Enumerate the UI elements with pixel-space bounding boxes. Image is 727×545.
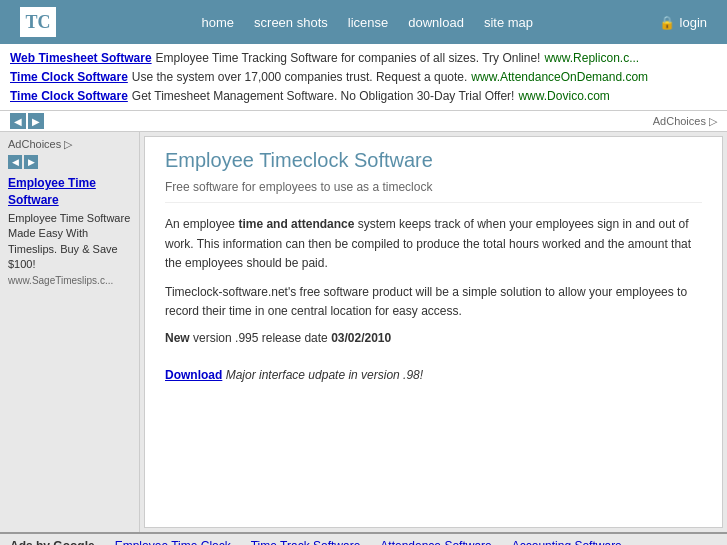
adchoices-right: AdChoices ▷ bbox=[653, 115, 717, 128]
top-navigation-bar: TC home screen shots license download si… bbox=[0, 0, 727, 44]
para1-bold: time and attendance bbox=[238, 217, 354, 231]
nav-license[interactable]: license bbox=[348, 15, 388, 30]
version-line: New version .995 release date 03/02/2010 bbox=[165, 331, 702, 345]
nav-home[interactable]: home bbox=[202, 15, 235, 30]
ad-row-1: Web Timesheet Software Employee Time Tra… bbox=[10, 50, 717, 67]
version-release: release date bbox=[258, 331, 331, 345]
sidebar-ad-url: www.SageTimeslips.c... bbox=[8, 275, 131, 286]
login-link[interactable]: login bbox=[680, 15, 707, 30]
bottom-ad-link-2[interactable]: Time Track Software bbox=[251, 539, 361, 545]
banner-next-button[interactable]: ▶ bbox=[28, 113, 44, 129]
adchoices-sidebar-label: AdChoices ▷ bbox=[8, 138, 72, 151]
ad-text-2: Use the system over 17,000 companies tru… bbox=[132, 69, 468, 86]
main-content-area: AdChoices ▷ ◀ ▶ Employee Time Software E… bbox=[0, 132, 727, 532]
ad-row-3: Time Clock Software Get Timesheet Manage… bbox=[10, 88, 717, 105]
para1-start: An employee bbox=[165, 217, 238, 231]
ad-row-2: Time Clock Software Use the system over … bbox=[10, 69, 717, 86]
nav-sitemap[interactable]: site map bbox=[484, 15, 533, 30]
article-subtitle: Free software for employees to use as a … bbox=[165, 180, 702, 203]
ad-text-3: Get Timesheet Management Software. No Ob… bbox=[132, 88, 515, 105]
sidebar-next-button[interactable]: ▶ bbox=[24, 155, 38, 169]
nav-menu: home screen shots license download site … bbox=[76, 15, 659, 30]
download-line: Download Major interface udpate in versi… bbox=[165, 368, 702, 382]
login-area[interactable]: 🔒 login bbox=[659, 15, 707, 30]
nav-download[interactable]: download bbox=[408, 15, 464, 30]
ad-url-3: www.Dovico.com bbox=[518, 88, 609, 105]
sidebar: AdChoices ▷ ◀ ▶ Employee Time Software E… bbox=[0, 132, 140, 532]
sidebar-prev-button[interactable]: ◀ bbox=[8, 155, 22, 169]
version-text: version bbox=[190, 331, 235, 345]
bottom-ad-link-4[interactable]: Accounting Software bbox=[512, 539, 622, 545]
version-new: New bbox=[165, 331, 190, 345]
sidebar-ad-text: Employee Time Software Made Easy With Ti… bbox=[8, 211, 131, 273]
banner-prev-button[interactable]: ◀ bbox=[10, 113, 26, 129]
adchoices-sidebar: AdChoices ▷ bbox=[8, 138, 131, 151]
bottom-ad-link-1[interactable]: Employee Time Clock bbox=[115, 539, 231, 545]
bottom-ad-link-3[interactable]: Attendence Software bbox=[380, 539, 491, 545]
adchoices-label-right: AdChoices ▷ bbox=[653, 115, 717, 128]
sidebar-arrow-controls: ◀ ▶ bbox=[8, 155, 131, 169]
bottom-ad-bar: Ads by Google Employee Time Clock Time T… bbox=[0, 532, 727, 545]
ad-text-1: Employee Time Tracking Software for comp… bbox=[156, 50, 541, 67]
article-para-1: An employee time and attendance system k… bbox=[165, 215, 702, 273]
banner-arrow-controls: ◀ ▶ bbox=[10, 113, 44, 129]
ad-url-2: www.AttendanceOnDemand.com bbox=[471, 69, 648, 86]
version-date: 03/02/2010 bbox=[331, 331, 391, 345]
download-text: Major interface udpate in version .98! bbox=[222, 368, 423, 382]
ad-banner: Web Timesheet Software Employee Time Tra… bbox=[0, 44, 727, 111]
ad-url-1: www.Replicon.c... bbox=[544, 50, 639, 67]
article-para-2: Timeclock-software.net's free software p… bbox=[165, 283, 702, 321]
ad-title-2[interactable]: Time Clock Software bbox=[10, 69, 128, 86]
ad-navigation-row: ◀ ▶ AdChoices ▷ bbox=[0, 111, 727, 132]
lock-icon: 🔒 bbox=[659, 15, 675, 30]
main-article: Employee Timeclock Software Free softwar… bbox=[144, 136, 723, 528]
sidebar-ad-title[interactable]: Employee Time Software bbox=[8, 175, 131, 209]
site-logo: TC bbox=[20, 7, 56, 37]
nav-screenshots[interactable]: screen shots bbox=[254, 15, 328, 30]
ad-title-1[interactable]: Web Timesheet Software bbox=[10, 50, 152, 67]
ads-by-google: Ads by Google bbox=[10, 539, 95, 545]
article-title: Employee Timeclock Software bbox=[165, 149, 702, 172]
ad-title-3[interactable]: Time Clock Software bbox=[10, 88, 128, 105]
version-num: .995 bbox=[235, 331, 258, 345]
download-link[interactable]: Download bbox=[165, 368, 222, 382]
